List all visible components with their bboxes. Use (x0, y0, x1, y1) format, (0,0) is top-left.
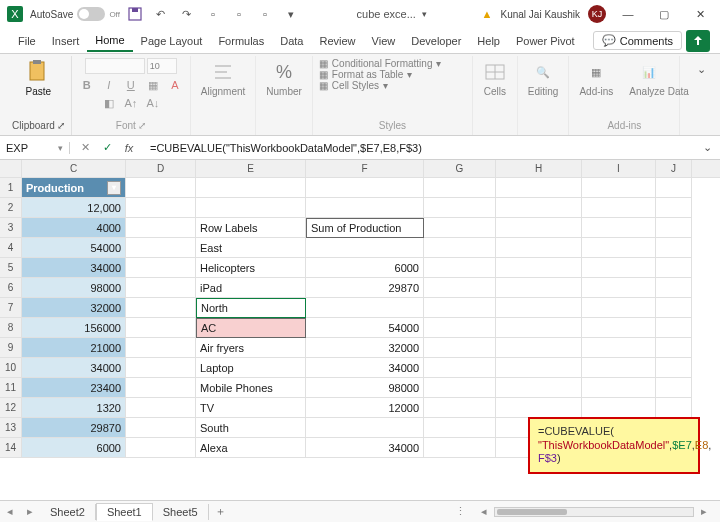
cell[interactable]: 98000 (22, 278, 126, 298)
cell[interactable] (424, 198, 496, 218)
row-header[interactable]: 3 (0, 218, 22, 238)
cell[interactable] (126, 278, 196, 298)
undo-icon[interactable]: ↶ (150, 3, 172, 25)
cell[interactable] (126, 418, 196, 438)
cell[interactable] (496, 398, 582, 418)
tab-power-pivot[interactable]: Power Pivot (508, 31, 583, 51)
cell[interactable] (496, 178, 582, 198)
cell[interactable] (306, 178, 424, 198)
cell[interactable]: South (196, 418, 306, 438)
tab-developer[interactable]: Developer (403, 31, 469, 51)
cell[interactable]: 23400 (22, 378, 126, 398)
cell[interactable] (582, 258, 656, 278)
cell[interactable] (496, 358, 582, 378)
cell[interactable] (306, 418, 424, 438)
cell[interactable] (656, 258, 692, 278)
cell[interactable] (424, 178, 496, 198)
cell[interactable]: 21000 (22, 338, 126, 358)
row-header[interactable]: 14 (0, 438, 22, 458)
cell[interactable] (424, 278, 496, 298)
cell[interactable]: AC (196, 318, 306, 338)
warning-icon[interactable]: ▲ (482, 8, 493, 20)
cell[interactable] (424, 438, 496, 458)
cell[interactable]: 12,000 (22, 198, 126, 218)
col-header[interactable]: H (496, 160, 582, 177)
cell[interactable]: 54000 (22, 238, 126, 258)
sheet-tab[interactable]: Sheet1 (96, 503, 153, 521)
cell[interactable] (306, 198, 424, 218)
cell[interactable] (582, 218, 656, 238)
cancel-formula-icon[interactable]: ✕ (76, 139, 94, 157)
redo-icon[interactable]: ↷ (176, 3, 198, 25)
cell[interactable]: 34000 (22, 258, 126, 278)
dialog-launcher-icon[interactable]: ⤢ (57, 120, 65, 131)
tab-home[interactable]: Home (87, 30, 132, 52)
cell[interactable] (126, 338, 196, 358)
qat-icon[interactable]: ▫ (228, 3, 250, 25)
sheet-tab[interactable]: Sheet2 (40, 504, 96, 520)
row-header[interactable]: 12 (0, 398, 22, 418)
cell[interactable] (582, 298, 656, 318)
row-header[interactable]: 4 (0, 238, 22, 258)
row-header[interactable]: 13 (0, 418, 22, 438)
qat-overflow-icon[interactable]: ▾ (280, 3, 302, 25)
tab-help[interactable]: Help (469, 31, 508, 51)
cell[interactable]: TV (196, 398, 306, 418)
scroll-left-icon[interactable]: ◂ (474, 505, 494, 518)
cell[interactable] (196, 178, 306, 198)
scroll-right-icon[interactable]: ▸ (694, 505, 714, 518)
expand-formula-bar-icon[interactable]: ⌄ (698, 139, 716, 157)
tab-review[interactable]: Review (311, 31, 363, 51)
underline-button[interactable]: U (122, 76, 140, 94)
cell[interactable] (424, 398, 496, 418)
tab-file[interactable]: File (10, 31, 44, 51)
cell[interactable]: Alexa (196, 438, 306, 458)
bold-button[interactable]: B (78, 76, 96, 94)
cell[interactable] (656, 298, 692, 318)
row-header[interactable]: 7 (0, 298, 22, 318)
cell[interactable] (424, 378, 496, 398)
document-title[interactable]: cube exce... (357, 8, 416, 20)
cell[interactable] (656, 338, 692, 358)
cell[interactable]: 4000 (22, 218, 126, 238)
increase-font-button[interactable]: A↑ (122, 94, 140, 112)
format-as-table-button[interactable]: ▦Format as Table▾ (319, 69, 413, 80)
chevron-down-icon[interactable]: ▾ (58, 143, 63, 153)
save-icon[interactable] (124, 3, 146, 25)
cell[interactable] (424, 418, 496, 438)
cell[interactable]: 6000 (306, 258, 424, 278)
cell[interactable]: East (196, 238, 306, 258)
row-header[interactable]: 2 (0, 198, 22, 218)
cell[interactable]: 34000 (306, 358, 424, 378)
cell[interactable] (656, 378, 692, 398)
cell[interactable]: 32000 (22, 298, 126, 318)
minimize-icon[interactable]: — (614, 2, 642, 26)
autosave-toggle[interactable]: AutoSave Off (30, 7, 120, 21)
cell[interactable] (424, 338, 496, 358)
cell[interactable] (582, 378, 656, 398)
cell[interactable] (656, 218, 692, 238)
col-header[interactable]: F (306, 160, 424, 177)
sheet-nav-next-icon[interactable]: ▸ (20, 505, 40, 518)
cell[interactable]: 29870 (22, 418, 126, 438)
row-header[interactable]: 10 (0, 358, 22, 378)
qat-icon[interactable]: ▫ (202, 3, 224, 25)
row-header[interactable]: 5 (0, 258, 22, 278)
tab-scroll-splitter[interactable]: ⋮ (455, 505, 466, 518)
cell[interactable] (656, 318, 692, 338)
cell[interactable] (424, 258, 496, 278)
cell[interactable] (582, 178, 656, 198)
addins-button[interactable]: ▦ Add-ins (575, 58, 617, 99)
cell[interactable] (582, 278, 656, 298)
cell[interactable] (126, 238, 196, 258)
alignment-button[interactable]: Alignment (197, 58, 249, 99)
cell[interactable] (582, 338, 656, 358)
maximize-icon[interactable]: ▢ (650, 2, 678, 26)
cell[interactable]: 98000 (306, 378, 424, 398)
tab-insert[interactable]: Insert (44, 31, 88, 51)
cell[interactable] (496, 338, 582, 358)
close-icon[interactable]: ✕ (686, 2, 714, 26)
cell[interactable] (424, 318, 496, 338)
cell[interactable] (126, 358, 196, 378)
cell[interactable]: 1320 (22, 398, 126, 418)
